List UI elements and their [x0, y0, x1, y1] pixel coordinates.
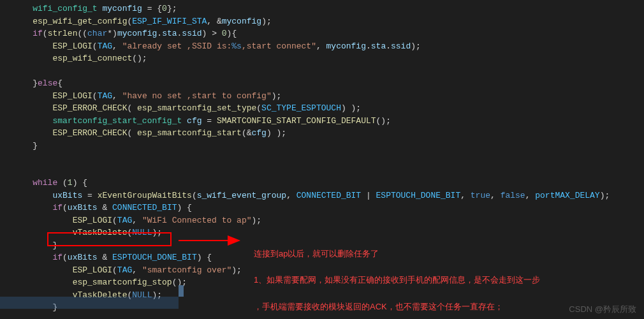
annotation-line-2: 1、如果需要配网，如果没有正确的接收到手机的配网信息，是不会走到这一步	[254, 274, 540, 287]
code-line[interactable]	[0, 65, 644, 78]
code-line[interactable]: esp_wifi_connect();	[0, 52, 644, 65]
code-line[interactable]: ESP_LOGI(TAG, "WiFi Connected to ap");	[0, 214, 644, 227]
cursor-selection	[179, 285, 184, 297]
code-line[interactable]: }else{	[0, 77, 644, 90]
code-line[interactable]	[0, 165, 644, 177]
code-line[interactable]: esp_wifi_get_config(ESP_IF_WIFI_STA, &my…	[0, 15, 644, 28]
watermark: CSDN @矜辰所致	[569, 303, 636, 316]
code-line[interactable]: ESP_LOGI(TAG, "have no set ,start to con…	[0, 90, 644, 103]
code-line[interactable]: uxBits = xEventGroupWaitBits(s_wifi_even…	[0, 189, 644, 202]
code-line[interactable]: ESP_ERROR_CHECK( esp_smartconfig_start(&…	[0, 127, 644, 140]
code-line[interactable]: smartconfig_start_config_t cfg = SMARTCO…	[0, 115, 644, 128]
code-line[interactable]: if(uxBits & CONNECTED_BIT) {	[0, 202, 644, 214]
code-line[interactable]	[0, 152, 644, 165]
annotation-line-3: ，手机端需要接收的模块返回的ACK，也不需要这个任务一直存在；	[254, 300, 540, 314]
code-line[interactable]: if(strlen((char*)myconfig.sta.ssid) > 0)…	[0, 27, 644, 40]
code-line[interactable]: while (1) {	[0, 177, 644, 189]
annotation-text: 连接到ap以后，就可以删除任务了 1、如果需要配网，如果没有正确的接收到手机的配…	[254, 234, 540, 319]
code-line[interactable]: wifi_config_t myconfig = {0};	[0, 3, 644, 15]
annotation-line-1: 连接到ap以后，就可以删除任务了	[254, 248, 540, 261]
code-line[interactable]: ESP_ERROR_CHECK( esp_smartconfig_set_typ…	[0, 102, 644, 115]
code-line[interactable]: ESP_LOGI(TAG, "already set ,SSID is:%s,s…	[0, 40, 644, 53]
code-line[interactable]: }	[0, 140, 644, 152]
